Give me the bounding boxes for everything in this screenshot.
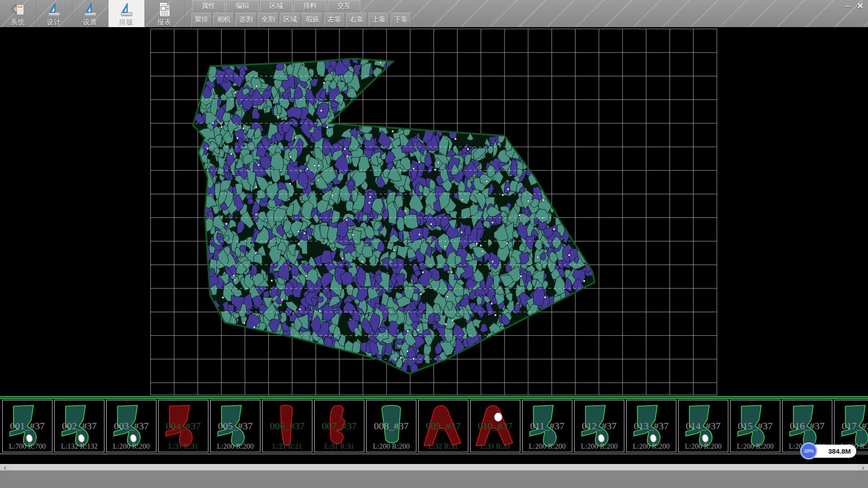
layout-icon [119,1,134,18]
part-size: L:31 R:31 [159,442,208,450]
app-tab-layout[interactable]: 排版 [108,0,145,27]
menu-item-2[interactable]: 区域 [260,0,292,12]
menu-bar: 属性编辑区域排料交互 [192,0,362,12]
part-size: L:132 R:132 [55,442,104,450]
progress-badge: 38% [800,442,817,460]
tool-button-9[interactable]: 下靠 [391,13,411,27]
memory-value: 384.8M [828,447,851,455]
app-tab-label: 排版 [119,18,134,27]
tool-button-1[interactable]: 相机 [213,13,234,27]
part-size: L:32 R:31 [419,442,468,450]
part-id: 011_#37 [523,420,572,432]
part-size: L:21 R:21 [263,442,312,450]
part-size: L:200 R:200 [367,442,416,450]
part-thumbnail-3[interactable]: 003_#37L:200 R:200 [106,400,156,452]
part-thumbnail-5[interactable]: 005_#37L:200 R:200 [210,400,260,452]
design-icon [47,1,62,18]
part-size: L:200 R:200 [575,442,624,450]
scroll-right-icon[interactable]: › [858,465,868,471]
tool-button-0[interactable]: 聚排 [191,13,212,27]
tool-bar: 聚排相机选割全割区域瑕疵左靠右靠上靠下靠 [191,13,413,27]
tool-button-5[interactable]: 瑕疵 [302,13,323,27]
strip-accent-lines [0,396,868,399]
part-size: L:31 R:31 [315,442,364,450]
tool-button-8[interactable]: 上靠 [368,13,389,27]
part-size: L:200 R:200 [107,442,156,450]
part-id: 010_#37 [471,420,520,432]
part-size: L:200 R:200 [627,442,676,450]
tool-button-6[interactable]: 左靠 [324,13,345,27]
app-tabs: 系统设计设置排版报表 [0,0,184,27]
app-tab-label: 报表 [157,18,172,27]
part-id: 007_#37 [315,420,364,432]
part-id: 004_#37 [159,420,208,432]
close-icon[interactable]: ✕ [857,2,863,10]
window-controls: ─ ✕ [845,0,863,12]
part-id: 006_#37 [263,420,312,432]
part-thumbnail-6[interactable]: 006_#37L:21 R:21 [262,400,312,452]
app-tab-system[interactable]: 系统 [0,0,36,27]
system-icon [10,1,26,18]
app-tab-label: 设置 [83,18,98,27]
horizontal-scrollbar[interactable]: ‹ › [0,464,868,470]
part-id: 015_#37 [731,420,780,432]
tool-button-7[interactable]: 右靠 [346,13,367,27]
tool-button-2[interactable]: 选割 [236,13,256,27]
part-id: 001_#37 [3,420,52,432]
menu-item-1[interactable]: 编辑 [226,0,259,12]
part-size: L:200 R:200 [679,442,728,450]
part-size: L:200 R:200 [211,442,260,450]
part-thumbnail-15[interactable]: 015_#37L:200 R:200 [730,400,780,452]
part-thumbnail-1[interactable]: 001_#37L:700 R:700 [2,400,52,452]
part-size: L:33 R:33 [471,442,520,450]
part-id: 014_#37 [679,420,728,432]
part-thumbnail-13[interactable]: 013_#37L:200 R:200 [626,400,676,452]
part-id: 012_#37 [575,420,624,432]
part-id: 008_#37 [367,420,416,432]
app-tab-design[interactable]: 设计 [36,0,72,27]
part-thumbnail-8[interactable]: 008_#37L:200 R:200 [366,400,416,452]
report-icon [157,1,172,18]
part-id: 013_#37 [627,420,676,432]
part-id: 009_#37 [419,420,468,432]
parts-cells: 001_#37L:700 R:700002_#37L:132 R:132003_… [2,400,868,452]
part-id: 003_#37 [107,420,156,432]
menu-item-4[interactable]: 交互 [328,0,360,12]
part-id: 002_#37 [55,420,104,432]
tool-button-3[interactable]: 全割 [258,13,278,27]
part-size: L:700 R:700 [3,442,52,450]
part-id: 016_#37 [783,420,832,432]
part-thumbnail-10[interactable]: 010_#37L:33 R:33 [470,400,520,452]
part-thumbnail-14[interactable]: 014_#37L:200 R:200 [678,400,728,452]
nesting-canvas-svg [0,27,868,396]
part-thumbnail-9[interactable]: 009_#37L:32 R:31 [418,400,468,452]
part-size: L:200 R:200 [731,442,780,450]
parts-strip: 001_#37L:700 R:700002_#37L:132 R:132003_… [0,396,868,454]
app-tab-settings[interactable]: 设置 [72,0,108,27]
scroll-left-icon[interactable]: ‹ [0,465,10,471]
nesting-canvas[interactable] [0,27,868,396]
tool-button-4[interactable]: 区域 [280,13,301,27]
progress-value: 38% [804,448,814,454]
app-tab-label: 设计 [47,18,61,27]
part-thumbnail-7[interactable]: 007_#37L:31 R:31 [314,400,364,452]
part-size: L:200 R:200 [523,442,572,450]
part-id: 017_#37 [835,420,868,432]
status-bar [0,470,868,488]
part-thumbnail-12[interactable]: 012_#37L:200 R:200 [574,400,624,452]
app-tab-report[interactable]: 报表 [145,0,184,27]
top-ribbon: 系统设计设置排版报表 属性编辑区域排料交互 聚排相机选割全割区域瑕疵左靠右靠上靠… [0,0,868,27]
menu-item-3[interactable]: 排料 [294,0,326,12]
part-thumbnail-11[interactable]: 011_#37L:200 R:200 [522,400,572,452]
part-id: 005_#37 [211,420,260,432]
part-thumbnail-4[interactable]: 004_#37L:31 R:31 [158,400,208,452]
settings-icon [83,1,98,18]
app-tab-label: 系统 [11,18,25,27]
part-thumbnail-2[interactable]: 002_#37L:132 R:132 [54,400,104,452]
menu-item-0[interactable]: 属性 [192,0,225,12]
minimize-icon[interactable]: ─ [845,2,851,10]
